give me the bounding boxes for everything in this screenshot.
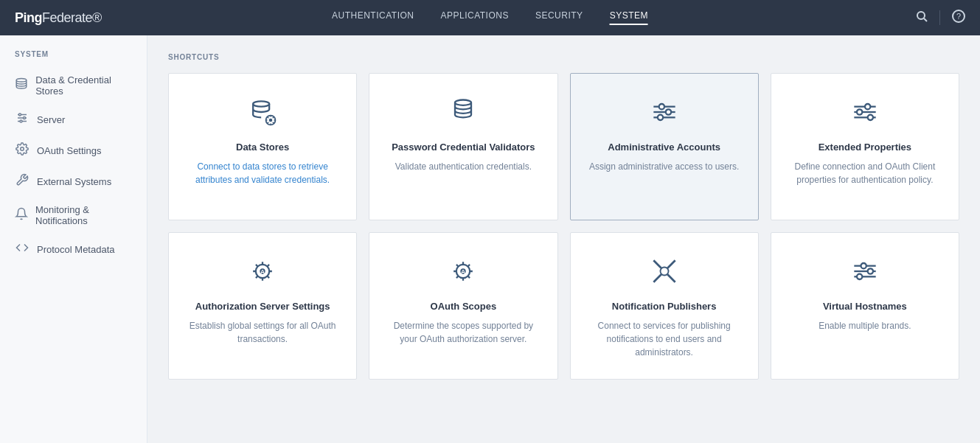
sliders-icon (15, 111, 29, 128)
card-administrative-accounts[interactable]: Administrative Accounts Assign administr… (570, 73, 759, 220)
sidebar-item-label: Protocol Metadata (37, 244, 115, 255)
search-icon[interactable] (916, 10, 928, 25)
nav-divider (939, 10, 940, 25)
card-notification-publishers[interactable]: Notification Publishers Connect to servi… (570, 232, 759, 380)
sidebar-item-label: Server (37, 114, 65, 125)
svg-point-4 (16, 79, 27, 83)
nav-icon-group: ? (916, 10, 965, 26)
sidebar-item-external-systems[interactable]: External Systems (0, 166, 147, 197)
virtual-sliders-icon (849, 254, 881, 289)
card-desc: Validate authentication credentials. (395, 160, 532, 173)
nav-system[interactable]: SYSTEM (610, 10, 648, 25)
svg-point-20 (665, 109, 670, 114)
card-title: Authorization Server Settings (195, 301, 330, 313)
card-title: Data Stores (236, 142, 289, 154)
card-authorization-server-settings[interactable]: A Authorization Server Settings Establis… (168, 232, 357, 380)
svg-point-21 (657, 115, 662, 120)
svg-point-11 (21, 147, 24, 151)
code-icon (15, 241, 29, 257)
nav-links: AUTHENTICATION APPLICATIONS SECURITY SYS… (332, 10, 648, 25)
sidebar-item-monitoring-notifications[interactable]: Monitoring & Notifications (0, 197, 147, 234)
svg-point-8 (19, 114, 21, 116)
brand-name-light: Federate® (42, 10, 102, 25)
svg-point-25 (865, 104, 870, 109)
sidebar-item-label: External Systems (37, 176, 111, 187)
card-title: Administrative Accounts (608, 142, 720, 154)
svg-point-26 (857, 109, 862, 114)
svg-line-1 (924, 18, 927, 21)
svg-text:A: A (260, 268, 265, 276)
svg-point-41 (868, 268, 873, 273)
svg-point-19 (658, 104, 664, 109)
svg-point-0 (917, 12, 925, 19)
bell-icon (15, 207, 28, 223)
sidebar-item-label: Monitoring & Notifications (35, 204, 132, 226)
top-nav: PingFederate® AUTHENTICATION APPLICATION… (0, 0, 980, 35)
sidebar: SYSTEM Data & Credential Stores (0, 35, 147, 443)
nav-authentication[interactable]: AUTHENTICATION (332, 10, 414, 25)
card-extended-properties[interactable]: Extended Properties Define connection an… (771, 73, 959, 220)
sidebar-section-label: SYSTEM (0, 50, 147, 67)
database-icon (15, 77, 28, 94)
card-desc: Assign administrative access to users. (589, 160, 739, 173)
card-title: Notification Publishers (612, 301, 717, 313)
brand-logo: PingFederate® (15, 10, 102, 26)
cards-row-1: Data Stores Connect to data stores to re… (168, 73, 959, 220)
sidebar-item-label: Data & Credential Stores (35, 74, 132, 97)
svg-point-10 (20, 120, 22, 122)
oauth-gear-icon: A (447, 254, 479, 289)
card-desc: Establish global settings for all OAuth … (184, 319, 341, 346)
main-content: SHORTCUTS Data Stores Connect to data st… (147, 35, 980, 443)
gear-icon (15, 142, 29, 158)
svg-point-42 (857, 274, 862, 279)
nav-applications[interactable]: APPLICATIONS (440, 10, 508, 25)
extended-sliders-icon (849, 94, 881, 130)
card-desc: Connect to data stores to retrieve attri… (184, 160, 341, 186)
svg-text:A: A (461, 268, 466, 276)
svg-point-12 (253, 101, 269, 106)
svg-point-27 (868, 115, 873, 120)
svg-text:?: ? (956, 12, 961, 21)
card-oauth-scopes[interactable]: A OAuth Scopes Determine the scopes supp… (369, 232, 557, 380)
nav-security[interactable]: SECURITY (535, 10, 583, 25)
card-password-credential-validators[interactable]: Password Credential Validators Validate … (369, 73, 557, 220)
db-gear-icon (246, 94, 279, 130)
card-title: Password Credential Validators (392, 142, 535, 154)
card-title: OAuth Scopes (431, 301, 497, 313)
sidebar-item-protocol-metadata[interactable]: Protocol Metadata (0, 234, 147, 265)
card-desc: Enable multiple brands. (819, 319, 911, 332)
card-data-stores[interactable]: Data Stores Connect to data stores to re… (168, 73, 357, 220)
shortcuts-label: SHORTCUTS (168, 53, 959, 61)
card-title: Virtual Hostnames (823, 301, 907, 313)
sidebar-item-label: OAuth Settings (37, 145, 101, 156)
page-layout: SYSTEM Data & Credential Stores (0, 35, 980, 443)
card-desc: Connect to services for publishing notif… (585, 319, 743, 359)
cards-row-2: A Authorization Server Settings Establis… (168, 232, 959, 380)
auth-gear-icon: A (246, 254, 279, 289)
svg-point-15 (455, 100, 471, 105)
card-desc: Determine the scopes supported by your O… (384, 319, 542, 346)
card-desc: Define connection and OAuth Client prope… (786, 160, 944, 186)
notification-cross-icon (648, 254, 681, 289)
help-icon[interactable]: ? (952, 10, 965, 26)
card-virtual-hostnames[interactable]: Virtual Hostnames Enable multiple brands… (771, 232, 959, 380)
wrench-icon (15, 173, 29, 189)
svg-point-9 (24, 117, 26, 119)
card-title: Extended Properties (819, 142, 911, 154)
svg-point-40 (861, 263, 866, 268)
sidebar-item-server[interactable]: Server (0, 104, 147, 135)
sidebar-item-oauth-settings[interactable]: OAuth Settings (0, 135, 147, 166)
sidebar-item-data-credential-stores[interactable]: Data & Credential Stores (0, 67, 147, 104)
brand-name-bold: Ping (15, 10, 42, 25)
svg-point-14 (269, 119, 273, 122)
svg-point-36 (660, 268, 668, 276)
db-stack-icon (447, 94, 479, 130)
admin-sliders-icon (648, 94, 681, 130)
